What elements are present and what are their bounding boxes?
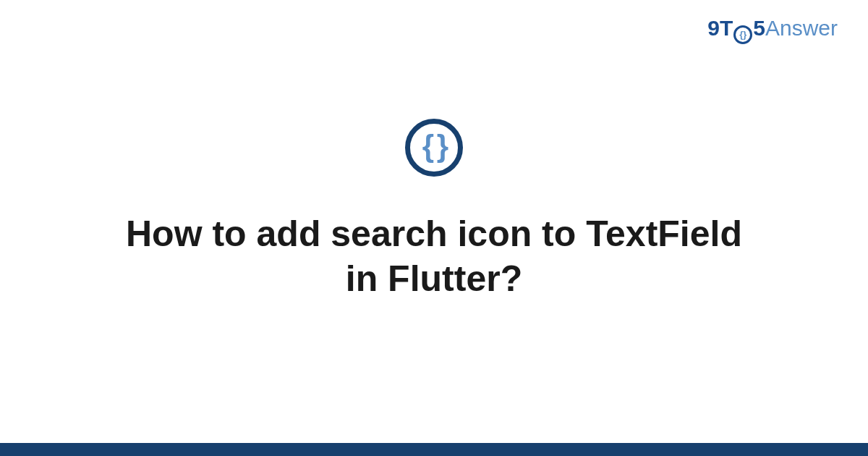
main-content: { } How to add search icon to TextField …: [0, 0, 868, 456]
code-braces-icon: { }: [405, 119, 463, 177]
question-title: How to add search icon to TextField in F…: [109, 211, 760, 302]
braces-glyph: { }: [422, 131, 446, 161]
category-icon-wrapper: { }: [405, 119, 463, 177]
footer-accent-bar: [0, 443, 868, 456]
